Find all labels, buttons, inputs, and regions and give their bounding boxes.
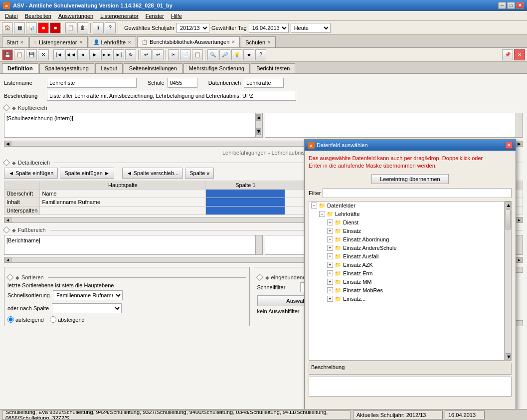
tree-item-einsatz[interactable]: + 📁 Einsatz [325,227,511,235]
aufsteigend-label[interactable]: aufsteigend [7,316,44,323]
tb2-search1[interactable]: 🔍 [207,49,218,60]
toolbar-btn-question[interactable]: ? [105,22,116,33]
content-tab-sortierung[interactable]: Mehrstufige Sortierung [183,63,250,73]
tree-item-einsatz-abordnung[interactable]: + 📁 Einsatz Abordnung [325,235,511,244]
tb2-pin[interactable]: 📌 [502,49,513,60]
tab-lehrkraefte[interactable]: 👤 Lehrkräfte ✕ [89,36,137,47]
beschreibung-input[interactable] [47,91,296,101]
tb2-help[interactable]: ? [255,49,266,60]
tb2-redo[interactable]: ↩ [153,49,164,60]
tree-expand-einsatz-ausfall[interactable]: + [327,253,333,259]
kopfbereich-scrollbar-v[interactable]: ▲ ▼ [255,113,262,137]
tb2-next2[interactable]: ►► [101,49,112,60]
tree-expand-datenfelder[interactable]: − [311,203,317,209]
content-tab-spaltengestaltung[interactable]: Spaltengestaltung [39,63,94,73]
aufsteigend-radio[interactable] [7,316,14,323]
menu-datei[interactable]: Datei [2,12,21,20]
kopfbereich-right-scrollbar[interactable] [516,113,523,137]
tree-item-dienst[interactable]: + 📁 Dienst [325,218,511,227]
inhalt-spalte1[interactable] [206,198,285,207]
content-tab-layout[interactable]: Layout [95,63,123,73]
content-tab-seiteneinstellungen[interactable]: Seiteneinstellungen [124,63,182,73]
tree-item-einsatz-mm[interactable]: + 📁 Einsatz MM [325,278,511,286]
tree-expand-einsatz-more[interactable]: + [327,296,333,302]
datenbereich-input[interactable] [244,78,284,88]
tb2-lamp[interactable]: 💡 [231,49,242,60]
close-button[interactable]: ✕ [516,2,524,9]
tree-expand-dienst[interactable]: + [327,219,333,225]
tree-expand-einsatz-andereschule[interactable]: + [327,245,333,251]
fussbereich-left[interactable]: [Berichtname] [4,235,263,255]
tree-expand-einsatz-erm[interactable]: + [327,270,333,276]
schule-input[interactable] [168,78,197,88]
tb2-close[interactable]: ✕ [514,49,525,60]
tb2-search2[interactable]: 🔎 [219,49,230,60]
kopfbereich-scrollbar-up[interactable]: ▲ [256,114,261,121]
spalte-einfuegen-left[interactable]: ◄ Spalte einfügen [4,168,58,179]
tree-scroll-up[interactable]: ▲ [506,202,511,209]
spalte-einfuegen-right[interactable]: Spalte einfügen ► [60,168,114,179]
tb2-last[interactable]: ►| [113,49,124,60]
tag-select[interactable]: 16.04.2013 [249,23,289,33]
menu-hilfe[interactable]: Hilfe [168,12,185,20]
tb2-cancel[interactable]: ✕ [38,49,49,60]
schnellsortierung-select[interactable]: Familienname Rufname [53,290,123,300]
toolbar-btn-3[interactable]: 📊 [26,22,37,33]
kopfbereich-right[interactable] [265,113,524,138]
inhalt-hauptspalte[interactable]: Familienname Rufname [40,198,206,207]
tree-item-einsatz-andereschule[interactable]: + 📁 Einsatz AndereSchule [325,244,511,252]
tab-berichtsbibliothek[interactable]: 📋 Berichtsbibliothek-Auswertungen ✕ [137,36,240,47]
fussbereich-center-scrollbar[interactable] [516,235,523,254]
toolbar-btn-5[interactable]: 📋 [65,22,76,33]
tree-expand-einsatz-mobres[interactable]: + [327,287,333,293]
tb2-next[interactable]: ► [89,49,100,60]
toolbar-btn-1[interactable]: 🏠 [2,22,13,33]
spalte-verschieben-right[interactable]: Spalte v [185,168,214,179]
content-tab-definition[interactable]: Definition [2,63,38,73]
content-tab-bericht[interactable]: Bericht testen [251,63,295,73]
tab-start-close[interactable]: ✕ [20,40,24,45]
tb2-undo[interactable]: ↩ [141,49,152,60]
spalte-verschieben-left[interactable]: ◄ Spalte verschieb... [122,168,183,179]
tab-schulen[interactable]: Schulen ✕ [241,36,276,47]
tab-listengenerator[interactable]: ≡ Listengenerator ✕ [29,36,87,47]
tree-item-einsatz-mobres[interactable]: + 📁 Einsatz MobRes [325,286,511,295]
unterspalten-spalte1[interactable] [206,207,285,215]
kopfbereich-scrollbar-down[interactable]: ▼ [256,128,261,135]
hscroll-left[interactable]: ◄ [4,141,11,146]
tree-expand-einsatz-abordnung[interactable]: + [327,236,333,242]
table-hscroll-left[interactable]: ◄ [4,217,11,222]
fussbereich-scrollbar-v[interactable] [255,235,262,254]
tree-item-lehrkraefte[interactable]: − 📁 Lehrkräfte [317,210,511,218]
dialog-close-btn[interactable]: ✕ [506,142,513,149]
tree-root-datenfelder[interactable]: − 📁 Datenfelder [309,202,511,210]
tree-expand-einsatz-mm[interactable]: + [327,279,333,285]
maximize-button[interactable]: □ [507,2,515,9]
kopfbereich-left[interactable]: [Schulbezeichnung (intern)] ▲ ▼ [4,113,263,138]
menu-listengenerator[interactable]: Listengenerator [97,12,141,20]
tree-expand-einsatz[interactable]: + [327,228,333,234]
tb2-prev[interactable]: ◄ [77,49,88,60]
tree-expand-einsatz-azk[interactable]: + [327,262,333,268]
tb2-star[interactable]: ★ [243,49,254,60]
tb2-paste[interactable]: 📋 [192,49,203,60]
tb2-cut[interactable]: ✂ [168,49,179,60]
table-hscroll-right[interactable]: ► [516,217,523,222]
absteigend-label[interactable]: absteigend [50,316,85,323]
tb2-copy2[interactable]: 📄 [180,49,191,60]
tab-lehrkraefte-close[interactable]: ✕ [128,40,132,45]
fuss-hscroll-left[interactable]: ◄ [4,257,11,262]
listenname-input[interactable] [47,78,137,88]
tb2-save[interactable]: 💾 [2,49,13,60]
minimize-button[interactable]: ─ [498,2,506,9]
tab-start[interactable]: Start ✕ [2,36,28,47]
tab-listengenerator-close[interactable]: ✕ [79,40,83,45]
unterspalten-hauptspalte[interactable] [40,207,206,215]
tree-scroll-thumb[interactable] [506,210,511,229]
dialog-tree[interactable]: − 📁 Datenfelder − 📁 Lehrkräfte [309,201,512,361]
dialog-filter-input[interactable] [323,188,512,198]
tb2-copy[interactable]: 📋 [14,49,25,60]
tree-scrollbar[interactable]: ▲ ▼ [504,202,511,360]
tree-item-einsatz-erm[interactable]: + 📁 Einsatz Erm [325,269,511,278]
tb2-first[interactable]: |◄ [53,49,64,60]
